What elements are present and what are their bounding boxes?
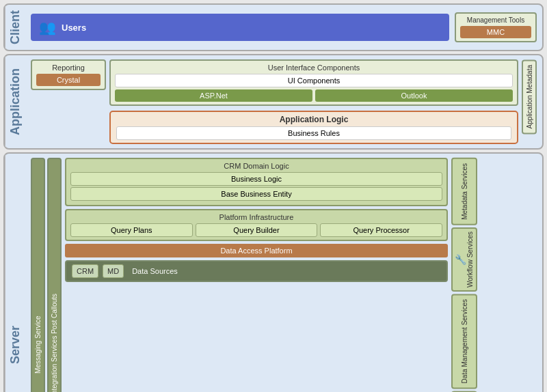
left-services: Messaging Service Integration Services P… <box>31 158 62 392</box>
workflow-services-box: 🔧 Workflow Services <box>451 227 477 292</box>
app-logic-title: Application Logic <box>116 115 511 124</box>
server-label: Server <box>5 154 25 392</box>
server-mid-right: Metadata Services 🔧 Workflow Services Da… <box>451 158 477 392</box>
users-icon: 👥 <box>39 19 56 36</box>
client-label: Client <box>5 5 25 50</box>
app-logic-box: Application Logic Business Rules <box>109 111 518 144</box>
base-business-box: Base Business Entity <box>70 187 442 201</box>
query-processor-badge: Query Processor <box>320 223 442 237</box>
crm-badge: CRM <box>72 264 98 278</box>
app-left: Reporting Crystal <box>31 59 106 90</box>
app-inner-row: Reporting Crystal User Interface Compone… <box>31 59 537 144</box>
ui-row: ASP.Net Outlook <box>115 89 513 102</box>
query-plans-badge: Query Plans <box>70 223 193 237</box>
management-tools-box: Management Tools MMC <box>455 12 537 42</box>
mmc-box: MMC <box>460 26 531 38</box>
workflow-label: Workflow Services <box>466 232 474 288</box>
aspnet-badge: ASP.Net <box>115 89 312 102</box>
client-tier: Client 👥 Users Management Tools MMC <box>3 3 544 51</box>
application-label: Application <box>5 55 25 148</box>
platform-row: Query Plans Query Builder Query Processo… <box>70 223 442 237</box>
server-content: Messaging Service Integration Services P… <box>25 154 542 392</box>
ui-components-box: User Interface Components UI Components … <box>109 59 518 106</box>
platform-box: Platform Infrastructure Query Plans Quer… <box>65 209 448 241</box>
application-content: Reporting Crystal User Interface Compone… <box>25 55 542 148</box>
server-main: CRM Domain Logic Business Logic Base Bus… <box>65 158 448 392</box>
crm-domain-box: CRM Domain Logic Business Logic Base Bus… <box>65 158 448 206</box>
reporting-box: Reporting Crystal <box>31 59 106 90</box>
server-tier: Server Messaging Service Integration Ser… <box>3 152 544 392</box>
outlook-badge: Outlook <box>315 89 513 102</box>
data-management-box: Data Management Services <box>451 294 477 389</box>
integration-services-box: Integration Services Post Callouts <box>47 158 62 392</box>
data-sources-label: Data Sources <box>132 267 178 275</box>
client-content: 👥 Users Management Tools MMC <box>25 5 542 50</box>
server-far-right: Active Directory <box>479 158 537 392</box>
data-access-box: Data Access Platform <box>65 244 448 257</box>
ui-inner: UI Components <box>115 74 513 87</box>
workflow-icon: 🔧 <box>455 254 466 265</box>
crm-domain-title: CRM Domain Logic <box>70 162 442 170</box>
crystal-box: Crystal <box>36 74 101 86</box>
application-tier: Application Reporting Crystal User Inter… <box>3 54 544 150</box>
data-sources-box: CRM MD Data Sources <box>65 260 448 282</box>
platform-title: Platform Infrastructure <box>70 213 442 221</box>
business-rules-box: Business Rules <box>116 126 511 140</box>
server-right-col: Metadata Services 🔧 Workflow Services Da… <box>451 158 537 392</box>
metadata-services-box: Metadata Services <box>451 158 477 225</box>
users-box: 👥 Users <box>31 14 449 41</box>
app-metadata: Application Metadata <box>522 59 537 134</box>
management-tools-title: Management Tools <box>460 16 531 24</box>
reporting-title: Reporting <box>36 64 101 72</box>
users-label: Users <box>62 23 86 33</box>
md-badge: MD <box>103 264 124 278</box>
messaging-service-box: Messaging Service <box>31 158 45 392</box>
query-builder-badge: Query Builder <box>196 223 318 237</box>
ui-components-title: User Interface Components <box>115 64 513 72</box>
business-logic-box: Business Logic <box>70 172 442 186</box>
app-right: User Interface Components UI Components … <box>109 59 518 144</box>
